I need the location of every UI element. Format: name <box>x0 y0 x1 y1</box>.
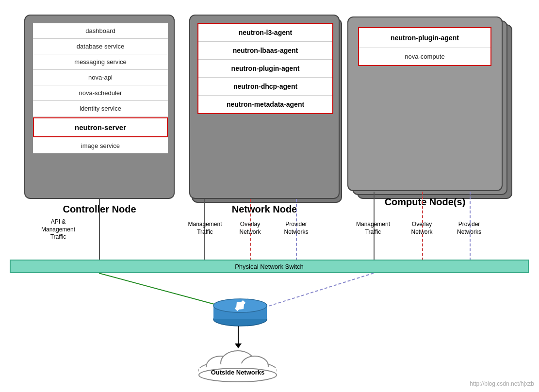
router-icon <box>211 291 269 327</box>
service-nova-scheduler: nova-scheduler <box>33 85 168 101</box>
agent-l3: neutron-l3-agent <box>198 24 332 42</box>
controller-services-box: dashboard database service messaging ser… <box>33 23 168 154</box>
compute-overlay-label: OverlayNetwork <box>404 221 440 236</box>
agent-lbaas: neutron-lbaas-agent <box>198 42 332 60</box>
service-dashboard: dashboard <box>33 23 168 39</box>
service-database: database service <box>33 39 168 54</box>
controller-vert-line <box>99 199 100 261</box>
api-mgmt-traffic-label: API &ManagementTraffic <box>39 218 78 241</box>
watermark: http://blog.csdn.net/hjxzb <box>470 380 534 387</box>
compute-mgmt-label: ManagementTraffic <box>354 221 392 236</box>
physical-network-switch: Physical Network Switch <box>10 260 529 273</box>
service-nova-api: nova-api <box>33 70 168 85</box>
compute-node: neutron-plugin-agent nova-compute <box>347 16 503 191</box>
switch-label: Physical Network Switch <box>235 263 304 270</box>
network-overlay-label: OverlayNetwork <box>232 221 268 236</box>
compute-plugin-agent: neutron-plugin-agent <box>359 28 490 48</box>
compute-nova: nova-compute <box>359 48 490 65</box>
compute-node-label: Compute Node(s) <box>347 196 503 208</box>
network-provider-label: ProviderNetworks <box>278 221 314 236</box>
diagram-container: dashboard database service messaging ser… <box>0 0 539 392</box>
agent-metadata: neutron-metadata-agent <box>198 96 332 113</box>
service-neutron-server: neutron-server <box>33 117 168 137</box>
network-node-label: Network Node <box>189 204 340 215</box>
network-agents-box: neutron-l3-agent neutron-lbaas-agent neu… <box>197 23 333 114</box>
router-to-cloud-arrow <box>235 343 242 348</box>
service-messaging: messaging service <box>33 54 168 70</box>
network-mgmt-label: ManagementTraffic <box>187 221 223 236</box>
service-image: image service <box>33 138 168 153</box>
svg-text:Outside Networks: Outside Networks <box>211 369 265 376</box>
compute-provider-label: ProviderNetworks <box>450 221 488 236</box>
service-identity: identity service <box>33 101 168 116</box>
router-to-cloud-line <box>238 326 239 344</box>
agent-dhcp: neutron-dhcp-agent <box>198 78 332 96</box>
agent-plugin: neutron-plugin-agent <box>198 60 332 78</box>
outside-networks-cloud: Outside Networks <box>192 348 284 382</box>
network-node: neutron-l3-agent neutron-lbaas-agent neu… <box>189 15 340 199</box>
compute-services-box: neutron-plugin-agent nova-compute <box>358 27 491 66</box>
controller-node: dashboard database service messaging ser… <box>24 15 175 199</box>
